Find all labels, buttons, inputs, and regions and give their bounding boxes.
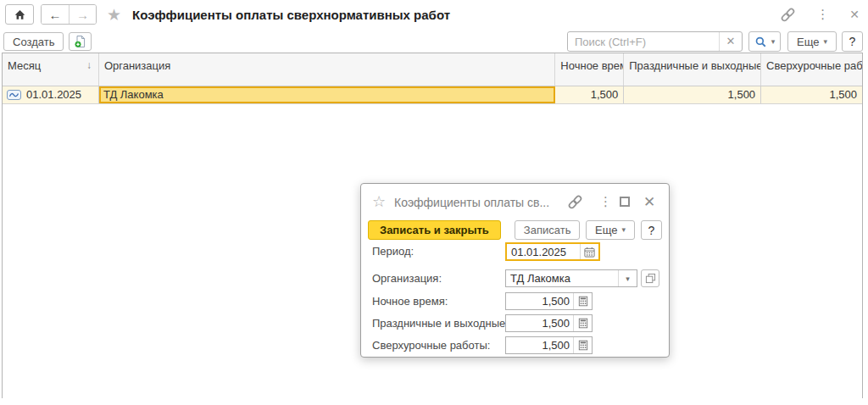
close-icon[interactable]: ✕ [849, 8, 860, 21]
home-button[interactable] [5, 4, 34, 25]
night-time-field[interactable]: 1,500 [505, 292, 593, 310]
cell-holidays-weekends[interactable]: 1,500 [624, 86, 761, 103]
link-icon[interactable] [567, 194, 583, 210]
cell-month[interactable]: 01.01.2025 [3, 86, 99, 103]
chevron-down-icon: ▾ [621, 226, 626, 234]
field-row-organization: Организация: ТД Лакомка ▾ [361, 269, 669, 287]
kebab-menu-icon[interactable]: ⋮ [816, 7, 829, 22]
column-header-organization[interactable]: Организация [99, 53, 555, 86]
clear-search-icon[interactable]: ✕ [719, 32, 742, 51]
edit-record-dialog: ☆ Коэффициенты оплаты св... ⋮ ✕ Записать… [360, 183, 670, 358]
create-button[interactable]: Создать [3, 32, 64, 51]
search-icon [754, 36, 767, 48]
column-header-night-time[interactable]: Ночное время [555, 53, 624, 86]
organization-label: Организация: [372, 269, 442, 287]
document-plus-icon [74, 35, 87, 48]
link-icon[interactable] [780, 7, 796, 23]
holidays-weekends-value: 1,500 [506, 317, 573, 330]
field-row-overtime: Сверхурочные работы: 1,500 [361, 336, 669, 354]
cell-overtime[interactable]: 1,500 [761, 86, 862, 103]
back-arrow-icon: ← [49, 8, 62, 22]
organization-field[interactable]: ТД Лакомка ▾ [505, 269, 637, 287]
calculator-button[interactable] [573, 293, 592, 309]
calculator-button[interactable] [573, 337, 592, 353]
kebab-menu-icon[interactable]: ⋮ [599, 194, 612, 209]
search-options-button[interactable]: ▾ [748, 31, 781, 52]
more-button-label: Еще [595, 224, 617, 236]
favorite-star-icon[interactable]: ★ [107, 5, 121, 25]
open-form-icon [645, 273, 656, 284]
search-box: ✕ [567, 31, 743, 52]
overtime-field[interactable]: 1,500 [505, 336, 593, 354]
calculator-icon [578, 296, 588, 307]
organization-value: ТД Лакомка [506, 272, 618, 285]
search-input[interactable] [568, 33, 719, 50]
overtime-value: 1,500 [506, 339, 573, 352]
cell-night-time[interactable]: 1,500 [555, 86, 624, 103]
holidays-weekends-field[interactable]: 1,500 [505, 314, 593, 332]
column-header-label: Месяц [8, 59, 41, 72]
help-button[interactable]: ? [842, 31, 863, 52]
close-icon[interactable]: ✕ [643, 193, 655, 211]
nav-history-group: ← → [41, 4, 97, 25]
open-organization-button[interactable] [641, 269, 659, 287]
sort-desc-icon: ↓ [86, 59, 92, 71]
forward-button[interactable]: → [69, 5, 96, 24]
more-button[interactable]: Еще ▾ [787, 31, 837, 52]
app-window: ← → ★ Коэффициенты оплаты сверхнормативн… [0, 0, 868, 405]
home-icon [14, 8, 26, 21]
column-header-month[interactable]: Месяц ↓ [3, 53, 99, 86]
dialog-button-bar: Записать и закрыть Записать Еще ▾ ? [368, 220, 662, 240]
toolbar-right-group: ✕ ▾ Еще ▾ ? [567, 31, 863, 52]
night-time-label: Ночное время: [372, 292, 448, 310]
maximize-icon[interactable] [620, 197, 630, 207]
overtime-label: Сверхурочные работы: [372, 336, 490, 354]
chevron-down-icon: ▾ [626, 275, 630, 283]
window-controls: ⋮ ✕ [780, 7, 860, 23]
forward-arrow-icon: → [76, 8, 89, 22]
more-button-label: Еще [797, 36, 819, 48]
list-toolbar: Создать ✕ ▾ [0, 31, 868, 53]
organization-dropdown-button[interactable]: ▾ [618, 270, 637, 286]
field-row-period: Период: 01.01.2025 [361, 242, 669, 260]
chevron-down-icon: ▾ [771, 38, 776, 46]
period-field[interactable]: 01.01.2025 [505, 242, 600, 261]
calculator-icon [578, 318, 588, 329]
back-button[interactable]: ← [42, 5, 69, 24]
chevron-down-icon: ▾ [823, 38, 827, 46]
create-by-copy-button[interactable] [69, 32, 92, 51]
save-and-close-button[interactable]: Записать и закрыть [368, 220, 501, 240]
night-time-value: 1,500 [506, 295, 573, 308]
calculator-icon [578, 340, 588, 351]
period-label: Период: [372, 242, 414, 260]
page-title: Коэффициенты оплаты сверхнормативных раб… [132, 8, 450, 22]
cell-organization-selected[interactable]: ТД Лакомка [99, 86, 555, 103]
calculator-button[interactable] [573, 315, 592, 331]
calendar-picker-button[interactable] [580, 244, 598, 259]
periodic-record-icon [7, 90, 21, 100]
calendar-icon [584, 247, 595, 258]
save-button[interactable]: Записать [515, 220, 581, 240]
table-row[interactable]: 01.01.2025 ТД Лакомка 1,500 1,500 1,500 [3, 86, 862, 104]
top-bar: ← → ★ Коэффициенты оплаты сверхнормативн… [0, 0, 868, 29]
column-header-holidays-weekends[interactable]: Праздничные и выходные дни [624, 53, 761, 86]
favorite-star-outline-icon[interactable]: ☆ [372, 192, 386, 211]
more-button[interactable]: Еще ▾ [586, 220, 635, 240]
period-value: 01.01.2025 [507, 246, 580, 258]
help-button[interactable]: ? [641, 220, 662, 240]
dialog-title: Коэффициенты оплаты св... [394, 196, 549, 209]
cell-month-value: 01.01.2025 [26, 86, 81, 103]
field-row-holidays-weekends: Праздничные и выходные дни: 1,500 [361, 314, 669, 332]
field-row-night-time: Ночное время: 1,500 [361, 292, 669, 310]
column-header-overtime[interactable]: Сверхурочные работы [761, 53, 862, 86]
table-header-row: Месяц ↓ Организация Ночное время Праздни… [3, 53, 862, 86]
